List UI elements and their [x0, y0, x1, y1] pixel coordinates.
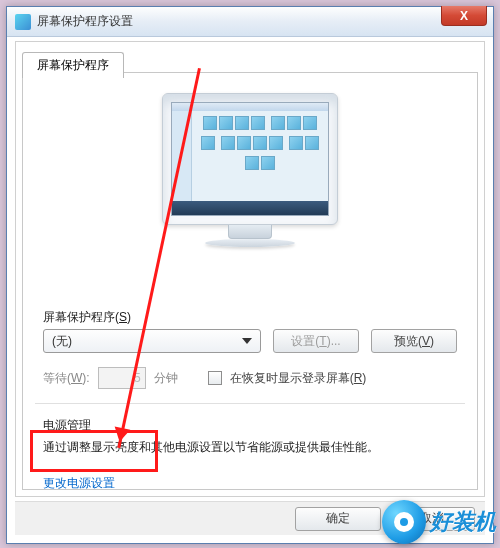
titlebar[interactable]: 屏幕保护程序设置 X	[7, 7, 493, 37]
watermark-text: 好装机	[430, 507, 496, 537]
close-button[interactable]: X	[441, 6, 487, 26]
close-icon: X	[460, 9, 468, 23]
ok-button[interactable]: 确定	[295, 507, 381, 531]
annotation-highlight-box	[30, 430, 158, 472]
tab-page: 屏幕保护程序(S) (无) 设置(T)... 预览(V) 等待(	[22, 72, 478, 490]
preview-monitor	[23, 93, 477, 247]
screensaver-section-label: 屏幕保护程序(S)	[43, 309, 131, 326]
preview-screen	[171, 102, 329, 216]
wait-unit: 分钟	[154, 370, 178, 387]
change-power-settings-link[interactable]: 更改电源设置	[43, 476, 115, 490]
combo-value: (无)	[52, 333, 72, 350]
tabstrip: 屏幕保护程序	[22, 52, 124, 78]
chevron-down-icon	[240, 334, 254, 348]
resume-login-checkbox[interactable]	[208, 371, 222, 385]
resume-login-label: 在恢复时显示登录屏幕(R)	[230, 370, 367, 387]
wait-minutes-input[interactable]: 5	[98, 367, 146, 389]
screensaver-combo[interactable]: (无)	[43, 329, 261, 353]
settings-button[interactable]: 设置(T)...	[273, 329, 359, 353]
window-title: 屏幕保护程序设置	[37, 13, 133, 30]
preview-button[interactable]: 预览(V)	[371, 329, 457, 353]
watermark-logo-icon	[382, 500, 426, 544]
tab-screensaver[interactable]: 屏幕保护程序	[22, 52, 124, 78]
divider	[35, 403, 465, 404]
client-area: 屏幕保护程序	[15, 41, 485, 497]
wait-label: 等待(W):	[43, 370, 90, 387]
app-icon	[15, 14, 31, 30]
watermark: 好装机	[382, 500, 496, 544]
